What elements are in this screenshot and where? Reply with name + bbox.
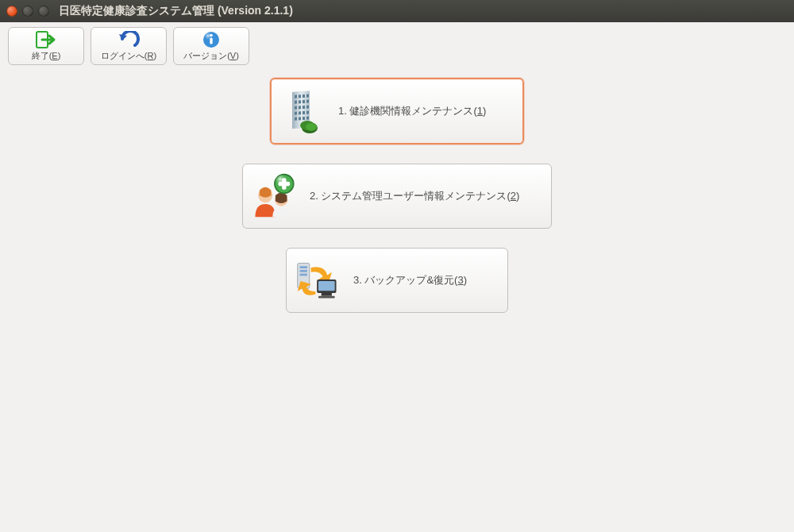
maximize-window-button[interactable] bbox=[38, 6, 49, 17]
svg-rect-37 bbox=[300, 266, 307, 268]
svg-rect-8 bbox=[299, 94, 301, 98]
svg-rect-39 bbox=[300, 274, 307, 276]
toolbar: 終了(E) ログインへ(R) bbox=[0, 22, 794, 70]
info-icon bbox=[202, 30, 220, 49]
svg-rect-15 bbox=[295, 106, 297, 110]
svg-rect-21 bbox=[303, 111, 305, 114]
svg-point-3 bbox=[210, 34, 213, 37]
exit-button[interactable]: 終了(E) bbox=[8, 27, 84, 65]
menu-item-1-label: 1. 健診機関情報メンテナンス(1) bbox=[338, 104, 486, 118]
main-menu: 1. 健診機関情報メンテナンス(1) bbox=[0, 70, 794, 313]
svg-rect-14 bbox=[306, 100, 309, 103]
svg-rect-9 bbox=[303, 94, 305, 98]
window-controls bbox=[6, 6, 49, 17]
svg-rect-42 bbox=[322, 293, 332, 296]
svg-rect-38 bbox=[300, 270, 307, 272]
svg-rect-18 bbox=[306, 106, 309, 109]
users-add-icon bbox=[251, 172, 299, 220]
svg-rect-41 bbox=[318, 281, 335, 291]
backup-icon bbox=[295, 256, 342, 304]
svg-rect-4 bbox=[210, 38, 212, 44]
menu-item-user-maintenance[interactable]: 2. システム管理ユーザー情報メンテナンス(2) bbox=[242, 164, 552, 229]
svg-rect-11 bbox=[295, 101, 297, 104]
building-icon bbox=[279, 87, 327, 135]
svg-rect-7 bbox=[295, 95, 297, 98]
svg-rect-19 bbox=[295, 112, 297, 115]
svg-rect-12 bbox=[299, 100, 301, 103]
svg-rect-17 bbox=[303, 106, 305, 109]
menu-item-maintenance[interactable]: 1. 健診機関情報メンテナンス(1) bbox=[270, 78, 524, 145]
undo-icon bbox=[118, 30, 140, 49]
svg-rect-16 bbox=[299, 106, 301, 109]
close-window-button[interactable] bbox=[6, 6, 17, 17]
window-title: 日医特定健康診査システム管理 (Version 2.1.1) bbox=[59, 4, 293, 18]
exit-label: 終了(E) bbox=[32, 50, 61, 62]
svg-rect-26 bbox=[306, 117, 309, 120]
minimize-window-button[interactable] bbox=[22, 6, 33, 17]
menu-item-backup-restore[interactable]: 3. バックアップ&復元(3) bbox=[286, 248, 508, 313]
svg-rect-23 bbox=[295, 118, 297, 121]
titlebar: 日医特定健康診査システム管理 (Version 2.1.1) bbox=[0, 0, 794, 22]
svg-rect-25 bbox=[303, 117, 305, 120]
svg-rect-10 bbox=[306, 94, 309, 98]
svg-rect-22 bbox=[306, 111, 309, 114]
svg-rect-35 bbox=[279, 182, 291, 186]
login-label: ログインへ(R) bbox=[101, 50, 156, 62]
version-button[interactable]: バージョン(V) bbox=[173, 27, 249, 65]
login-button[interactable]: ログインへ(R) bbox=[91, 27, 167, 65]
svg-rect-24 bbox=[299, 117, 301, 120]
menu-item-2-label: 2. システム管理ユーザー情報メンテナンス(2) bbox=[310, 189, 519, 203]
menu-item-3-label: 3. バックアップ&復元(3) bbox=[353, 273, 467, 287]
svg-rect-20 bbox=[299, 111, 301, 114]
svg-rect-43 bbox=[318, 296, 335, 299]
exit-icon bbox=[36, 30, 56, 49]
svg-rect-13 bbox=[303, 100, 305, 103]
version-label: バージョン(V) bbox=[183, 50, 239, 62]
svg-point-29 bbox=[306, 123, 317, 131]
